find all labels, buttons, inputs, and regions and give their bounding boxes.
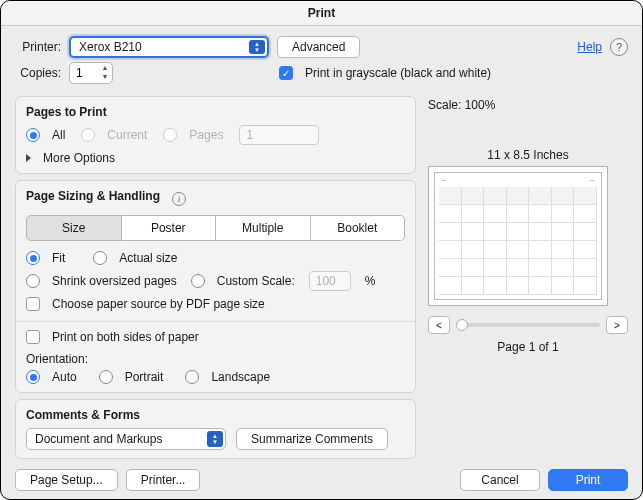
both-sides-checkbox[interactable]: [26, 330, 40, 344]
fit-radio[interactable]: [26, 251, 40, 265]
orient-portrait-label: Portrait: [125, 370, 164, 384]
preview-box: ——: [428, 166, 608, 306]
grayscale-checkbox[interactable]: ✓: [279, 66, 293, 80]
orientation-label: Orientation:: [26, 352, 405, 366]
custom-label: Custom Scale:: [217, 274, 295, 288]
pages-current-label: Current: [107, 128, 147, 142]
pages-all-label: All: [52, 128, 65, 142]
pages-title: Pages to Print: [26, 105, 405, 119]
help-icon[interactable]: ?: [610, 38, 628, 56]
window-title: Print: [1, 1, 642, 26]
comments-select[interactable]: Document and Markups ▲▼: [26, 428, 226, 450]
summarize-button[interactable]: Summarize Comments: [236, 428, 388, 450]
updown-icon: ▲▼: [207, 431, 223, 447]
comments-panel: Comments & Forms Document and Markups ▲▼…: [15, 399, 416, 459]
cancel-button[interactable]: Cancel: [460, 469, 540, 491]
fit-label: Fit: [52, 251, 65, 265]
comments-value: Document and Markups: [35, 432, 162, 446]
orient-landscape-radio[interactable]: [185, 370, 199, 384]
pages-current-radio: [81, 128, 95, 142]
stepper-arrows-icon[interactable]: ▲▼: [99, 64, 111, 82]
paper-dims: 11 x 8.5 Inches: [428, 148, 628, 162]
next-page-button[interactable]: >: [606, 316, 628, 334]
help-link[interactable]: Help: [577, 40, 602, 54]
actual-radio[interactable]: [93, 251, 107, 265]
page-setup-button[interactable]: Page Setup...: [15, 469, 118, 491]
shrink-radio[interactable]: [26, 274, 40, 288]
advanced-button[interactable]: Advanced: [277, 36, 360, 58]
grayscale-label: Print in grayscale (black and white): [305, 66, 491, 80]
info-icon[interactable]: i: [172, 192, 186, 206]
scale-label: Scale: 100%: [428, 98, 628, 112]
orient-portrait-radio[interactable]: [99, 370, 113, 384]
tab-size[interactable]: Size: [26, 215, 122, 241]
pages-pages-radio: [163, 128, 177, 142]
shrink-label: Shrink oversized pages: [52, 274, 177, 288]
more-options[interactable]: More Options: [43, 151, 115, 165]
updown-icon: ▲▼: [249, 40, 265, 54]
slider-thumb[interactable]: [456, 319, 468, 331]
sizing-panel: Page Sizing & Handlingi Size Poster Mult…: [15, 180, 416, 393]
tab-booklet[interactable]: Booklet: [311, 215, 406, 241]
both-sides-label: Print on both sides of paper: [52, 330, 199, 344]
prev-page-button[interactable]: <: [428, 316, 450, 334]
sizing-title: Page Sizing & Handling: [26, 189, 160, 203]
page-indicator: Page 1 of 1: [428, 340, 628, 354]
custom-scale-input: 100: [309, 271, 351, 291]
printer-label: Printer:: [15, 40, 61, 54]
choose-source-checkbox[interactable]: [26, 297, 40, 311]
pages-all-radio[interactable]: [26, 128, 40, 142]
orient-auto-radio[interactable]: [26, 370, 40, 384]
custom-radio[interactable]: [191, 274, 205, 288]
page-slider[interactable]: [456, 323, 600, 327]
preview-page: ——: [434, 172, 602, 300]
printer-value: Xerox B210: [79, 40, 142, 54]
pages-pages-label: Pages: [189, 128, 223, 142]
disclosure-icon[interactable]: [26, 154, 31, 162]
copies-label: Copies:: [15, 66, 61, 80]
tab-multiple[interactable]: Multiple: [216, 215, 311, 241]
printer-settings-button[interactable]: Printer...: [126, 469, 201, 491]
printer-select[interactable]: Xerox B210 ▲▼: [69, 36, 269, 58]
pages-to-print-panel: Pages to Print All Current Pages 1 More …: [15, 96, 416, 174]
print-button[interactable]: Print: [548, 469, 628, 491]
tab-poster[interactable]: Poster: [122, 215, 217, 241]
orient-auto-label: Auto: [52, 370, 77, 384]
copies-stepper[interactable]: ▲▼: [69, 62, 113, 84]
comments-title: Comments & Forms: [26, 408, 405, 422]
orient-landscape-label: Landscape: [211, 370, 270, 384]
actual-label: Actual size: [119, 251, 177, 265]
choose-source-label: Choose paper source by PDF page size: [52, 297, 265, 311]
percent-label: %: [365, 274, 376, 288]
pages-range-input: 1: [239, 125, 319, 145]
